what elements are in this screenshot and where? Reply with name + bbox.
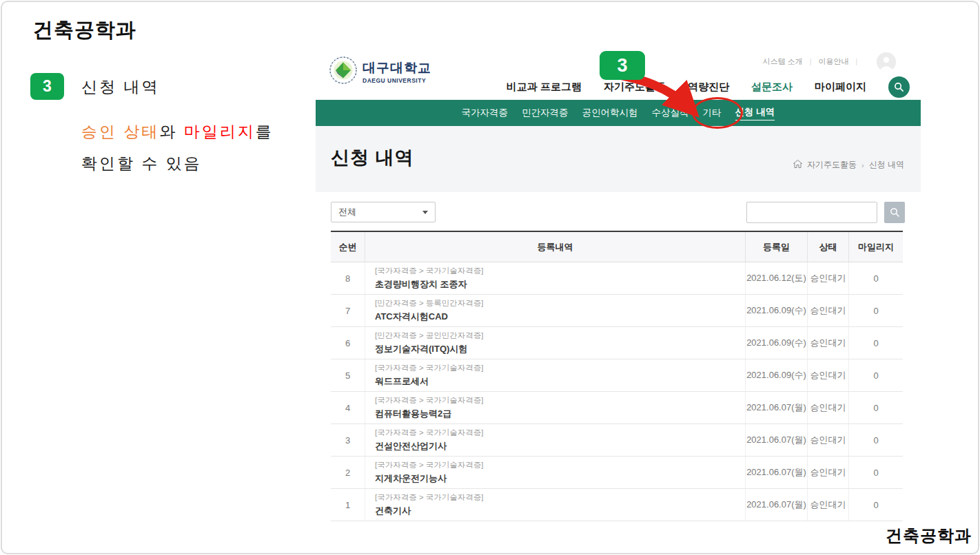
logo-name-english: DAEGU UNIVERSITY xyxy=(363,77,431,84)
table-row[interactable]: 3[국가자격증 > 국가기술자격증]건설안전산업기사2021.06.07(월)승… xyxy=(331,424,903,457)
breadcrumb-parent[interactable]: 자기주도활동 xyxy=(807,159,857,171)
subnav-bar: 국가자격증민간자격증공인어학시험수상실적기타신청 내역 xyxy=(316,100,921,126)
table-row[interactable]: 4[국가자격증 > 국가기술자격증]컴퓨터활용능력2급2021.06.07(월)… xyxy=(331,392,903,424)
item-category: [국가자격증 > 국가기술자격증] xyxy=(375,363,484,373)
filter-selected-value: 전체 xyxy=(338,206,356,218)
cell-status: 승인대기 xyxy=(808,424,849,456)
cell-no: 2 xyxy=(331,457,365,488)
utility-links: 시스템 소개|이용안내| xyxy=(763,56,857,67)
item-name-link[interactable]: 초경량비행장치 조종자 xyxy=(375,278,467,291)
cell-mileage: 0 xyxy=(849,327,903,359)
slide-title: 건축공학과 xyxy=(33,17,136,44)
nav-search-button[interactable] xyxy=(888,76,910,98)
table-row[interactable]: 1[국가자격증 > 국가기술자격증]건축기사2021.06.07(월)승인대기0 xyxy=(331,489,903,521)
table-row[interactable]: 6[민간자격증 > 공인민간자격증]정보기술자격(ITQ)시험2021.06.0… xyxy=(331,327,903,359)
subnav-item[interactable]: 공인어학시험 xyxy=(582,107,638,119)
col-header-status: 상태 xyxy=(808,232,849,262)
user-avatar[interactable] xyxy=(877,52,896,72)
nav-item[interactable]: 역량진단 xyxy=(688,81,729,94)
cell-mileage: 0 xyxy=(849,359,903,391)
cell-mileage: 0 xyxy=(849,489,903,521)
table-row[interactable]: 5[국가자격증 > 국가기술자격증]워드프로세서2021.06.09(수)승인대… xyxy=(331,359,903,392)
subnav-item[interactable]: 수상실적 xyxy=(652,107,689,119)
cell-no: 4 xyxy=(331,392,365,423)
item-name-link[interactable]: 정보기술자격(ITQ)시험 xyxy=(375,343,467,355)
cell-no: 5 xyxy=(331,359,365,391)
table-row[interactable]: 7[민간자격증 > 등록민간자격증]ATC자격시험CAD2021.06.09(수… xyxy=(331,295,903,327)
item-name-link[interactable]: 워드프로세서 xyxy=(375,375,429,388)
person-icon xyxy=(877,52,896,72)
cell-mileage: 0 xyxy=(849,295,903,326)
subnav-item[interactable]: 민간자격증 xyxy=(522,107,569,119)
cell-status: 승인대기 xyxy=(808,295,849,326)
university-logo[interactable]: 대구대학교 DAEGU UNIVERSITY xyxy=(329,56,431,87)
cell-date: 2021.06.07(월) xyxy=(746,392,808,423)
cell-date: 2021.06.07(월) xyxy=(746,424,808,456)
applications-table: 순번 등록내역 등록일 상태 마일리지 8[국가자격증 > 국가기술자격증]초경… xyxy=(331,231,903,521)
cell-detail: [민간자격증 > 등록민간자격증]ATC자격시험CAD xyxy=(365,295,746,326)
utility-link[interactable]: 시스템 소개 xyxy=(763,56,803,67)
university-emblem-icon xyxy=(329,56,357,87)
cell-no: 3 xyxy=(331,424,365,456)
col-header-detail: 등록내역 xyxy=(365,232,746,262)
cell-status: 승인대기 xyxy=(808,392,849,423)
cell-mileage: 0 xyxy=(849,424,903,456)
cell-date: 2021.06.09(수) xyxy=(746,295,808,326)
breadcrumb: 자기주도활동 › 신청 내역 xyxy=(793,159,904,171)
table-body: 8[국가자격증 > 국가기술자격증]초경량비행장치 조종자2021.06.12(… xyxy=(331,262,903,521)
item-name-link[interactable]: ATC자격시험CAD xyxy=(375,311,448,323)
cell-date: 2021.06.07(월) xyxy=(746,457,808,488)
cell-date: 2021.06.09(수) xyxy=(746,327,808,359)
cell-detail: [국가자격증 > 국가기술자격증]컴퓨터활용능력2급 xyxy=(365,392,746,423)
cell-status: 승인대기 xyxy=(808,262,849,294)
nav-item[interactable]: 설문조사 xyxy=(751,81,793,94)
item-category: [국가자격증 > 국가기술자격증] xyxy=(375,428,484,438)
search-icon xyxy=(894,82,904,92)
item-name-link[interactable]: 건축기사 xyxy=(375,505,411,517)
cell-detail: [국가자격증 > 국가기술자격증]지게차운전기능사 xyxy=(365,457,746,488)
col-header-date: 등록일 xyxy=(746,232,808,262)
cell-status: 승인대기 xyxy=(808,489,849,521)
search-icon xyxy=(890,207,900,218)
table-row[interactable]: 2[국가자격증 > 국가기술자격증]지게차운전기능사2021.06.07(월)승… xyxy=(331,457,903,489)
subnav-item-current[interactable]: 신청 내역 xyxy=(735,106,775,121)
cell-status: 승인대기 xyxy=(808,359,849,391)
item-name-link[interactable]: 건설안전산업기사 xyxy=(375,440,447,452)
item-category: [국가자격증 > 국가기술자격증] xyxy=(375,492,484,503)
item-name-link[interactable]: 지게차운전기능사 xyxy=(375,472,447,485)
cell-mileage: 0 xyxy=(849,457,903,488)
home-icon[interactable] xyxy=(793,160,802,170)
cell-no: 1 xyxy=(331,489,365,521)
cell-date: 2021.06.07(월) xyxy=(746,489,808,521)
search-input[interactable] xyxy=(746,202,877,223)
cell-mileage: 0 xyxy=(849,262,903,294)
page-title: 신청 내역 xyxy=(331,145,414,170)
chevron-down-icon xyxy=(422,211,428,214)
cell-detail: [국가자격증 > 국가기술자격증]건설안전산업기사 xyxy=(365,424,746,456)
category-filter-dropdown[interactable]: 전체 xyxy=(331,202,436,222)
utility-link[interactable]: 이용안내 xyxy=(818,56,848,67)
nav-item[interactable]: 비교과 프로그램 xyxy=(507,81,582,94)
page-content: 전체 순번 등록내역 등록일 상태 마일리지 8[국가자격증 > 국가기술자격증… xyxy=(316,192,921,532)
subnav-item[interactable]: 기타 xyxy=(703,107,722,119)
step-text-end: 를 xyxy=(256,123,274,140)
cell-date: 2021.06.12(토) xyxy=(746,262,808,294)
logo-text: 대구대학교 DAEGU UNIVERSITY xyxy=(363,59,431,84)
nav-item[interactable]: 마이페이지 xyxy=(815,81,866,94)
slide-footer-dept: 건축공학과 xyxy=(886,525,972,547)
item-name-link[interactable]: 컴퓨터활용능력2급 xyxy=(375,408,451,420)
breadcrumb-current: 신청 내역 xyxy=(869,159,904,171)
nav-item[interactable]: 자기주도활동 xyxy=(604,81,666,94)
cell-status: 승인대기 xyxy=(808,457,849,488)
main-nav: 비교과 프로그램자기주도활동역량진단설문조사마이페이지 xyxy=(507,76,910,98)
page-title-band: 신청 내역 자기주도활동 › 신청 내역 xyxy=(316,126,921,192)
step-number-badge: 3 xyxy=(30,73,64,100)
cell-no: 6 xyxy=(331,327,365,359)
cell-status: 승인대기 xyxy=(808,327,849,359)
search-submit-button[interactable] xyxy=(884,202,905,223)
table-row[interactable]: 8[국가자격증 > 국가기술자격증]초경량비행장치 조종자2021.06.12(… xyxy=(331,262,903,295)
step-title: 신청 내역 xyxy=(81,76,159,98)
callout-step-number: 3 xyxy=(600,51,645,80)
highlight-mileage: 마일리지 xyxy=(184,123,256,140)
subnav-item[interactable]: 국가자격증 xyxy=(462,107,509,119)
